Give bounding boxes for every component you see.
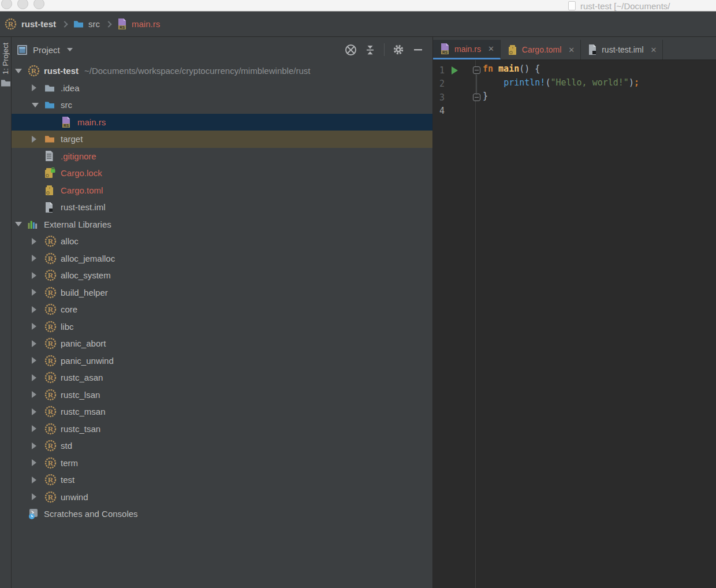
rust-crate-icon: R	[44, 303, 57, 315]
expand-arrow-icon[interactable]	[32, 425, 36, 432]
tree-item-label: alloc_system	[61, 270, 111, 280]
tab-rust-test-iml[interactable]: rust-test.iml✕	[581, 40, 663, 59]
rust-crate-icon: R	[44, 371, 57, 384]
tree-item-test[interactable]: Rtest	[12, 471, 432, 489]
code-line-1[interactable]: fn main() {	[483, 64, 716, 77]
expand-arrow-icon[interactable]	[32, 272, 36, 279]
expand-arrow-icon[interactable]	[32, 306, 36, 313]
expand-arrow-icon[interactable]	[32, 323, 36, 330]
expand-arrow-icon[interactable]	[32, 391, 36, 398]
stripe-project-button[interactable]: 1: Project	[1, 43, 10, 75]
tab-main-rs[interactable]: RSmain.rs✕	[433, 40, 501, 59]
tree-item-rustc-msan[interactable]: Rrustc_msan	[12, 403, 432, 420]
line-number: 2	[433, 79, 445, 89]
close-window-button[interactable]	[1, 0, 12, 9]
tree-item-cargo-toml[interactable]: Cargo.toml	[12, 182, 432, 199]
expand-arrow-icon[interactable]	[32, 136, 36, 143]
tree-item-std[interactable]: Rstd	[12, 437, 432, 455]
zoom-window-button[interactable]	[33, 0, 44, 9]
line-number: 4	[433, 106, 445, 116]
collapse-arrow-icon[interactable]	[32, 103, 39, 107]
tree-item-rustc-tsan[interactable]: Rrustc_tsan	[12, 420, 432, 438]
breadcrumb-label: main.rs	[132, 19, 160, 29]
tree-item-alloc-jemalloc[interactable]: Ralloc_jemalloc	[12, 250, 432, 267]
rust-crate-icon: R	[44, 491, 57, 503]
breadcrumb-item-src[interactable]: src	[73, 19, 100, 29]
tree-item-idea[interactable]: .idea	[12, 80, 432, 97]
collapse-arrow-icon[interactable]	[15, 69, 22, 73]
cargo-icon	[44, 185, 54, 196]
locate-button[interactable]	[343, 42, 358, 57]
expand-arrow-icon[interactable]	[32, 374, 36, 381]
expand-arrow-icon[interactable]	[32, 340, 36, 347]
expand-arrow-icon[interactable]	[32, 442, 36, 449]
tree-item-main-rs[interactable]: RSmain.rs	[12, 114, 432, 131]
rust-crate-icon: R	[44, 405, 57, 418]
rust-crate-icon: R	[44, 286, 57, 299]
tree-item-label: Scratches and Consoles	[44, 509, 138, 519]
rust-file-icon: RS	[61, 116, 71, 128]
svg-text:R: R	[48, 459, 54, 467]
collapse-arrow-icon[interactable]	[15, 222, 22, 226]
tree-item-build-helper[interactable]: Rbuild_helper	[12, 284, 432, 302]
svg-text:R: R	[48, 271, 54, 280]
expand-arrow-icon[interactable]	[32, 408, 36, 415]
collapse-all-button[interactable]	[363, 42, 378, 57]
code-line-2[interactable]: println!("Hello, world!");	[483, 77, 716, 91]
tree-item-rustc-lsan[interactable]: Rrustc_lsan	[12, 386, 432, 404]
project-title: Project	[33, 45, 60, 55]
hide-panel-button[interactable]	[411, 42, 426, 57]
tree-item-panic-abort[interactable]: Rpanic_abort	[12, 335, 432, 352]
svg-text:R: R	[48, 305, 54, 314]
tree-item-core[interactable]: Rcore	[12, 301, 432, 318]
expand-arrow-icon[interactable]	[32, 477, 36, 483]
run-main-icon[interactable]	[452, 66, 458, 75]
tree-item-target[interactable]: target	[12, 131, 432, 148]
expand-arrow-icon[interactable]	[32, 238, 36, 245]
tree-item-src[interactable]: src	[12, 96, 432, 114]
tree-item-alloc[interactable]: Ralloc	[12, 233, 432, 250]
rust-crate-icon: R	[44, 423, 57, 435]
chevron-down-icon[interactable]	[67, 48, 73, 51]
tree-item-unwind[interactable]: Runwind	[12, 489, 432, 506]
tree-item-scratches-and-consoles[interactable]: Scratches and Consoles	[12, 505, 432, 523]
minimize-window-button[interactable]	[17, 0, 28, 9]
expand-arrow-icon[interactable]	[32, 493, 36, 500]
tree-item-panic-unwind[interactable]: Rpanic_unwind	[12, 352, 432, 370]
breadcrumb-item-main-rs[interactable]: RSmain.rs	[117, 18, 160, 30]
editor-gutter[interactable]: 1234	[433, 60, 476, 588]
rust-file-icon: RS	[440, 43, 450, 55]
tree-item-external-libraries[interactable]: External Libraries	[12, 216, 432, 233]
expand-arrow-icon[interactable]	[32, 459, 36, 466]
svg-text:R: R	[48, 493, 54, 501]
rust-logo-icon: R	[5, 18, 17, 30]
tree-item-term[interactable]: Rterm	[12, 455, 432, 472]
fold-start-icon[interactable]	[473, 66, 480, 74]
close-tab-icon[interactable]: ✕	[651, 46, 657, 54]
expand-arrow-icon[interactable]	[32, 289, 36, 296]
tree-item-label: libc	[61, 322, 74, 332]
close-tab-icon[interactable]: ✕	[568, 46, 575, 54]
svg-text:R: R	[8, 20, 14, 28]
code-pane[interactable]: fn main() { println!("Hello, world!");}	[476, 60, 716, 588]
code-line-4[interactable]	[483, 105, 716, 118]
settings-gear-button[interactable]	[391, 42, 406, 57]
expand-arrow-icon[interactable]	[32, 84, 36, 91]
breadcrumb-item-rust-test[interactable]: Rrust-test	[5, 18, 56, 30]
tree-item-libc[interactable]: Rlibc	[12, 318, 432, 336]
code-line-3[interactable]: }	[483, 91, 716, 105]
editor-body[interactable]: 1234 fn main() { println!("Hello, world!…	[433, 60, 716, 588]
expand-arrow-icon[interactable]	[32, 357, 36, 364]
expand-arrow-icon[interactable]	[32, 255, 36, 262]
tree-item-alloc-system[interactable]: Ralloc_system	[12, 267, 432, 284]
svg-text:R: R	[48, 322, 54, 331]
tree-item-rust-test[interactable]: Rrust-test~/Documents/workspace/cryptocu…	[12, 62, 432, 80]
tab-cargo-toml[interactable]: Cargo.toml✕	[501, 40, 581, 59]
tree-item-rustc-asan[interactable]: Rrustc_asan	[12, 369, 432, 386]
close-tab-icon[interactable]: ✕	[488, 44, 494, 53]
tree-item-cargo-lock[interactable]: Cargo.lock	[12, 165, 432, 182]
tree-item-label: src	[61, 100, 72, 110]
tree-item-gitignore[interactable]: .gitignore	[12, 148, 432, 165]
tree-item-label: Cargo.lock	[61, 168, 102, 178]
tree-item-rust-test-iml[interactable]: rust-test.iml	[12, 199, 432, 216]
